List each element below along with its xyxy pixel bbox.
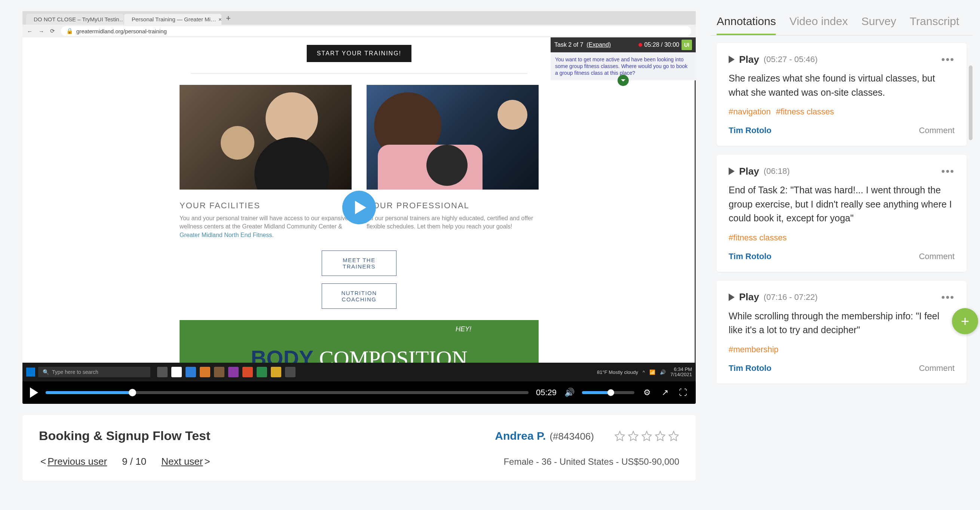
settings-gear-icon[interactable]: ⚙ — [642, 388, 652, 398]
previous-user-link[interactable]: Previous user — [48, 456, 107, 467]
divider — [191, 73, 527, 74]
popout-icon[interactable]: ↗ — [660, 388, 670, 398]
taskbar-app-icon[interactable] — [285, 367, 296, 377]
recording-dot-icon — [638, 43, 642, 47]
test-title: Booking & Signup Flow Test — [39, 429, 210, 443]
caret-right-icon: > — [204, 456, 210, 467]
annotation-author[interactable]: Tim Rotolo — [729, 252, 771, 261]
address-bar-row: ← → ⟳ 🔒 greatermidland.org/personal-trai… — [22, 25, 696, 37]
tab-video-index[interactable]: Video index — [789, 15, 848, 35]
url-bar[interactable]: 🔒 greatermidland.org/personal-training — [61, 26, 691, 36]
annotation-body: She realizes what she found is virtual c… — [729, 71, 955, 100]
annotation-tag[interactable]: #membership — [729, 345, 778, 354]
annotation-play-label[interactable]: Play — [739, 166, 759, 177]
tray-wifi-icon[interactable]: 📶 — [649, 369, 655, 375]
professional-text: All our personal trainers are highly edu… — [367, 214, 539, 231]
nav-back-icon[interactable]: ← — [27, 28, 33, 34]
professional-heading: YOUR PROFESSIONAL — [367, 201, 539, 211]
star-icon[interactable] — [655, 431, 666, 442]
play-overlay-button[interactable] — [342, 191, 376, 224]
recorder-logo-icon: UI — [681, 40, 692, 50]
star-icon[interactable] — [628, 431, 639, 442]
sidebar-tabs: Annotations Video index Survey Transcrip… — [711, 11, 972, 35]
taskbar-app-icon[interactable] — [228, 367, 239, 377]
annotation-play-label[interactable]: Play — [739, 54, 759, 65]
windows-taskbar: 🔍 Type here to search 81°F Mostl — [22, 363, 696, 381]
annotation-play-icon[interactable] — [729, 167, 735, 175]
add-annotation-button[interactable]: + — [952, 308, 978, 334]
annotation-card: Play (05:27 - 05:46) ••• She realizes wh… — [717, 43, 967, 146]
browser-tab[interactable]: Personal Training — Greater Mi… × — [124, 14, 221, 25]
meet-trainers-button[interactable]: MEET THE TRAINERS — [322, 251, 396, 276]
reload-icon[interactable]: ⟳ — [50, 28, 55, 34]
start-training-button[interactable]: START YOUR TRAINING! — [307, 45, 412, 62]
recorder-widget: Task 2 of 7 (Expand) 05:28 / 30:00 UI Yo… — [550, 37, 696, 80]
weather-widget[interactable]: 81°F Mostly cloudy — [597, 369, 638, 375]
play-button[interactable] — [30, 388, 38, 398]
annotation-tag[interactable]: #navigation — [729, 107, 771, 117]
annotation-tag[interactable]: #fitness classes — [776, 107, 834, 117]
hey-callout: HEY! — [456, 325, 471, 333]
volume-thumb[interactable] — [608, 389, 614, 396]
annotation-play-icon[interactable] — [729, 56, 735, 63]
tab-transcript[interactable]: Transcript — [910, 15, 959, 35]
more-menu-icon[interactable]: ••• — [942, 54, 955, 65]
collapse-arrow-icon[interactable] — [617, 75, 629, 86]
fullscreen-icon[interactable]: ⛶ — [678, 388, 688, 398]
annotation-author[interactable]: Tim Rotolo — [729, 364, 771, 373]
user-counter: 9 / 10 — [122, 456, 146, 467]
annotation-time: (07:16 - 07:22) — [764, 292, 818, 302]
volume-icon[interactable]: 🔊 — [564, 388, 574, 398]
task-counter: Task 2 of 7 — [554, 41, 583, 48]
annotation-comment-link[interactable]: Comment — [919, 364, 955, 373]
taskbar-app-icon[interactable] — [200, 367, 210, 377]
taskbar-app-icon[interactable] — [186, 367, 196, 377]
tray-chevron-icon[interactable]: ^ — [643, 369, 645, 375]
tab-annotations[interactable]: Annotations — [717, 15, 776, 35]
annotations-list: Play (05:27 - 05:46) ••• She realizes wh… — [711, 35, 972, 499]
tab-survey[interactable]: Survey — [861, 15, 896, 35]
taskbar-app-icon[interactable] — [256, 367, 267, 377]
taskbar-app-icon[interactable] — [171, 367, 182, 377]
annotation-play-icon[interactable] — [729, 294, 735, 301]
taskbar-app-icon[interactable] — [214, 367, 224, 377]
search-placeholder: Type here to search — [52, 369, 99, 375]
browser-tab[interactable]: DO NOT CLOSE – TryMyUI Testin… × — [26, 14, 123, 25]
tab-title: DO NOT CLOSE – TryMyUI Testin… — [33, 16, 123, 22]
taskbar-app-icon[interactable] — [242, 367, 253, 377]
start-menu-icon[interactable] — [26, 367, 35, 377]
annotation-author[interactable]: Tim Rotolo — [729, 126, 771, 135]
star-icon[interactable] — [668, 431, 679, 442]
tab-title: Personal Training — Greater Mi… — [132, 16, 216, 22]
taskbar-app-icon[interactable] — [157, 367, 167, 377]
new-tab-button[interactable]: + — [222, 12, 234, 25]
recorded-browser-chrome: DO NOT CLOSE – TryMyUI Testin… × Persona… — [22, 11, 696, 37]
professional-image — [367, 85, 539, 189]
scrollbar[interactable] — [969, 65, 972, 140]
tester-name[interactable]: Andrea P. — [495, 430, 546, 442]
north-end-link[interactable]: Greater Midland North End Fitness — [180, 232, 272, 238]
next-user-link[interactable]: Next user — [161, 456, 203, 467]
seek-thumb[interactable] — [129, 389, 136, 396]
star-icon[interactable] — [614, 431, 625, 442]
facilities-text: You and your personal trainer will have … — [180, 214, 352, 239]
annotation-comment-link[interactable]: Comment — [919, 252, 955, 261]
nav-forward-icon[interactable]: → — [38, 28, 44, 34]
seek-bar[interactable] — [46, 391, 528, 394]
annotation-comment-link[interactable]: Comment — [919, 126, 955, 135]
rating-stars[interactable] — [614, 431, 679, 442]
windows-search-input[interactable]: 🔍 Type here to search — [38, 367, 150, 377]
star-icon[interactable] — [641, 431, 652, 442]
annotation-tag[interactable]: #fitness classes — [729, 233, 787, 243]
nutrition-coaching-button[interactable]: NUTRITION COACHING — [322, 283, 396, 309]
expand-link[interactable]: (Expand) — [587, 41, 611, 48]
annotation-play-label[interactable]: Play — [739, 291, 759, 303]
more-menu-icon[interactable]: ••• — [942, 165, 955, 177]
tray-volume-icon[interactable]: 🔊 — [660, 369, 666, 375]
taskbar-app-icon[interactable] — [271, 367, 281, 377]
tab-close-icon[interactable]: × — [218, 16, 221, 22]
more-menu-icon[interactable]: ••• — [942, 291, 955, 303]
volume-bar[interactable] — [582, 391, 635, 394]
lock-icon: 🔒 — [66, 28, 73, 34]
player-controls: 05:29 🔊 ⚙ ↗ ⛶ — [22, 381, 696, 404]
